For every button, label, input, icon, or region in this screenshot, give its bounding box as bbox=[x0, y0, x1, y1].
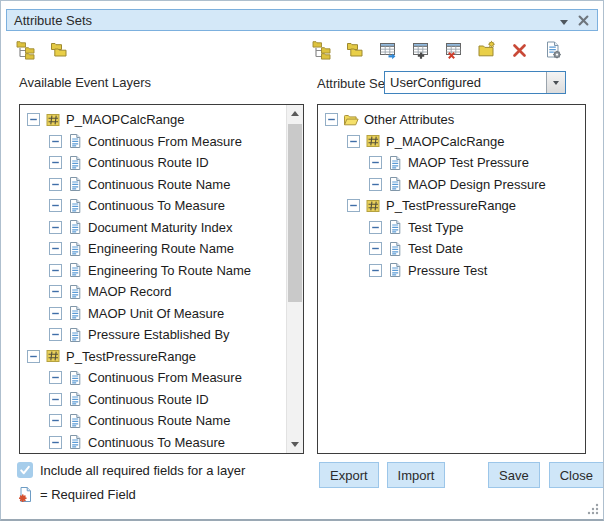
tree-item[interactable]: Test Type bbox=[318, 217, 585, 239]
collapse-toggle-icon[interactable] bbox=[49, 414, 62, 427]
collapse-toggle-icon[interactable] bbox=[347, 135, 360, 148]
field-icon bbox=[67, 305, 83, 321]
export-button[interactable]: Export bbox=[319, 462, 379, 488]
tree-item[interactable]: Engineering To Route Name bbox=[20, 260, 286, 282]
toolbar-button-hierarchy-folders[interactable] bbox=[13, 37, 39, 63]
tree-item[interactable]: Continuous Route ID bbox=[20, 152, 286, 174]
field-icon bbox=[387, 219, 403, 235]
collapse-toggle-icon[interactable] bbox=[325, 113, 338, 126]
tree-item[interactable]: P_MAOPCalcRange bbox=[20, 109, 286, 131]
collapse-toggle-icon[interactable] bbox=[369, 221, 382, 234]
tree-item[interactable]: Continuous To Measure bbox=[20, 432, 286, 454]
collapse-toggle-icon[interactable] bbox=[347, 199, 360, 212]
field-icon bbox=[67, 219, 83, 235]
tree-item-label: Other Attributes bbox=[364, 112, 454, 127]
field-icon bbox=[387, 176, 403, 192]
tree-item[interactable]: Document Maturity Index bbox=[20, 217, 286, 239]
tree-item[interactable]: MAOP Test Pressure bbox=[318, 152, 585, 174]
tree-item[interactable]: Continuous Route ID bbox=[20, 389, 286, 411]
collapse-toggle-icon[interactable] bbox=[49, 307, 62, 320]
tree-item-label: Continuous Route ID bbox=[88, 155, 209, 170]
collapse-toggle-icon[interactable] bbox=[27, 113, 40, 126]
tree-item[interactable]: Continuous Route Name bbox=[20, 410, 286, 432]
toolbar-button-folders[interactable] bbox=[46, 37, 72, 63]
toolbar-button-hierarchy-folders[interactable] bbox=[309, 37, 335, 63]
tree-item-label: P_TestPressureRange bbox=[66, 349, 196, 364]
tree-item[interactable]: P_TestPressureRange bbox=[20, 346, 286, 368]
toolbar-button-table-remove[interactable] bbox=[441, 37, 467, 63]
collapse-toggle-icon[interactable] bbox=[49, 393, 62, 406]
tree-item[interactable]: Continuous To Measure bbox=[20, 195, 286, 217]
window-title: Attribute Sets bbox=[7, 13, 92, 28]
tree-item-label: P_MAOPCalcRange bbox=[386, 134, 505, 149]
collapse-toggle-icon[interactable] bbox=[369, 178, 382, 191]
scroll-down-button[interactable] bbox=[287, 436, 303, 453]
tree-item[interactable]: Continuous From Measure bbox=[20, 131, 286, 153]
field-icon bbox=[67, 133, 83, 149]
attribute-set-value: UserConfigured bbox=[385, 75, 546, 90]
resize-grip[interactable] bbox=[586, 502, 599, 515]
collapse-toggle-icon[interactable] bbox=[49, 199, 62, 212]
save-close-buttons: SaveClose bbox=[488, 462, 604, 488]
tree-item[interactable]: Pressure Established By bbox=[20, 324, 286, 346]
collapse-toggle-icon[interactable] bbox=[369, 264, 382, 277]
tree-item-label: Continuous Route Name bbox=[88, 177, 230, 192]
tree-item-label: Continuous Route Name bbox=[88, 413, 230, 428]
tree-item[interactable]: Engineering Route Name bbox=[20, 238, 286, 260]
collapse-toggle-icon[interactable] bbox=[49, 178, 62, 191]
import-button[interactable]: Import bbox=[387, 462, 446, 488]
toolbar-left bbox=[13, 37, 72, 63]
toolbar-button-table-add[interactable] bbox=[408, 37, 434, 63]
close-window-icon[interactable] bbox=[578, 15, 589, 26]
field-icon bbox=[67, 327, 83, 343]
toolbar-button-folders[interactable] bbox=[342, 37, 368, 63]
tree-item[interactable]: P_MAOPCalcRange bbox=[318, 131, 585, 153]
attribute-sets-dialog: Attribute Sets Available Event bbox=[0, 0, 604, 521]
tree-item[interactable]: Pressure Test bbox=[318, 260, 585, 282]
collapse-toggle-icon[interactable] bbox=[49, 264, 62, 277]
tree-item[interactable]: Other Attributes bbox=[318, 109, 585, 131]
tree-item[interactable]: Continuous From Measure bbox=[20, 367, 286, 389]
collapse-toggle-icon[interactable] bbox=[49, 135, 62, 148]
required-field-icon bbox=[17, 486, 34, 503]
save-button[interactable]: Save bbox=[488, 462, 540, 488]
scrollbar-thumb[interactable] bbox=[288, 124, 302, 302]
vertical-scrollbar[interactable] bbox=[286, 105, 303, 453]
tree-item-label: Pressure Test bbox=[408, 263, 487, 278]
hierarchy-folders-icon bbox=[312, 40, 332, 60]
close-button[interactable]: Close bbox=[549, 462, 604, 488]
include-required-fields-checkbox[interactable] bbox=[17, 462, 33, 478]
tree-item[interactable]: MAOP Design Pressure bbox=[318, 174, 585, 196]
toolbar-button-table-export[interactable] bbox=[375, 37, 401, 63]
collapse-toggle-icon[interactable] bbox=[49, 156, 62, 169]
available-event-layers-label: Available Event Layers bbox=[19, 75, 151, 90]
toolbar-button-folder-new[interactable] bbox=[474, 37, 500, 63]
scroll-up-button[interactable] bbox=[287, 105, 303, 122]
collapse-toggle-icon[interactable] bbox=[49, 285, 62, 298]
tree-item-label: Continuous To Measure bbox=[88, 435, 225, 450]
combobox-dropdown-button[interactable] bbox=[546, 72, 565, 93]
tree-item-label: Continuous From Measure bbox=[88, 134, 242, 149]
tree-item[interactable]: P_TestPressureRange bbox=[318, 195, 585, 217]
collapse-toggle-icon[interactable] bbox=[49, 242, 62, 255]
collapse-window-icon[interactable] bbox=[560, 13, 568, 28]
layer-icon bbox=[45, 348, 61, 364]
tree-item[interactable]: MAOP Unit Of Measure bbox=[20, 303, 286, 325]
collapse-toggle-icon[interactable] bbox=[27, 350, 40, 363]
tree-item[interactable]: Test Date bbox=[318, 238, 585, 260]
collapse-toggle-icon[interactable] bbox=[369, 242, 382, 255]
tree-item[interactable]: MAOP Record bbox=[20, 281, 286, 303]
toolbar-right bbox=[309, 37, 566, 63]
toolbar-button-delete-x[interactable] bbox=[507, 37, 533, 63]
collapse-toggle-icon[interactable] bbox=[49, 436, 62, 449]
collapse-toggle-icon[interactable] bbox=[49, 371, 62, 384]
collapse-toggle-icon[interactable] bbox=[49, 328, 62, 341]
include-required-fields-label: Include all required fields for a layer bbox=[40, 463, 245, 478]
attribute-set-combobox[interactable]: UserConfigured bbox=[384, 71, 566, 94]
collapse-toggle-icon[interactable] bbox=[369, 156, 382, 169]
hierarchy-folders-icon bbox=[16, 40, 36, 60]
toolbar-button-report-settings[interactable] bbox=[540, 37, 566, 63]
tree-item[interactable]: Continuous Route Name bbox=[20, 174, 286, 196]
collapse-toggle-icon[interactable] bbox=[49, 221, 62, 234]
titlebar[interactable]: Attribute Sets bbox=[6, 9, 598, 31]
